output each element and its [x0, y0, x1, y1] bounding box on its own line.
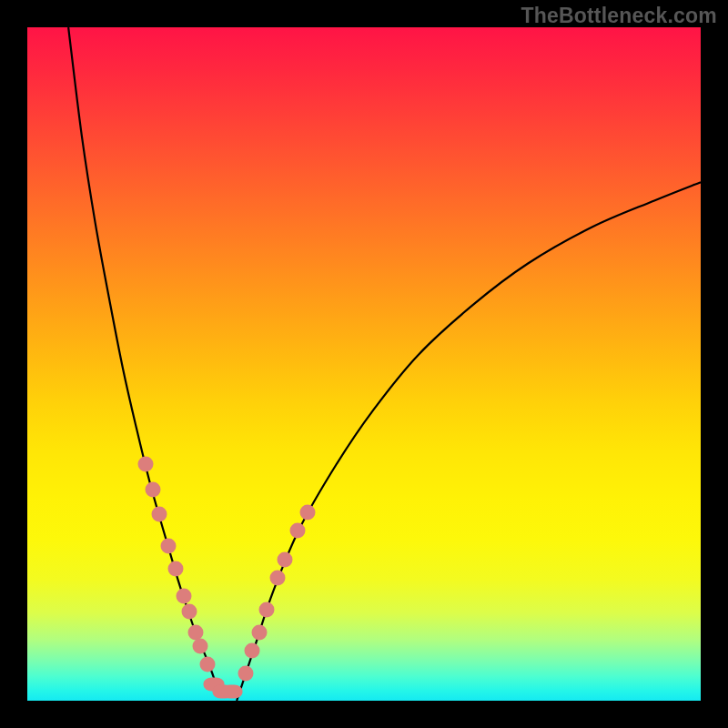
data-marker: [238, 665, 253, 681]
plot-area: [27, 27, 701, 701]
data-marker: [277, 552, 292, 568]
data-marker: [258, 602, 274, 618]
data-marker: [167, 561, 183, 576]
data-marker: [152, 507, 167, 522]
data-marker: [299, 504, 315, 520]
data-marker: [160, 538, 176, 553]
watermark-label: TheBottleneck.com: [521, 4, 717, 28]
data-marker: [199, 657, 215, 672]
data-marker: [145, 481, 160, 497]
curve-layer: [27, 27, 701, 701]
chart-canvas: TheBottleneck.com: [0, 0, 728, 728]
data-marker: [252, 625, 268, 641]
data-marker: [221, 684, 242, 698]
data-marker: [138, 457, 154, 472]
right-curve: [237, 182, 701, 701]
data-marker: [290, 522, 306, 538]
left-curve: [68, 27, 218, 696]
data-marker: [270, 571, 286, 586]
data-marker: [193, 639, 208, 654]
data-marker: [245, 643, 260, 659]
data-marker: [177, 589, 192, 604]
data-marker: [181, 604, 197, 620]
